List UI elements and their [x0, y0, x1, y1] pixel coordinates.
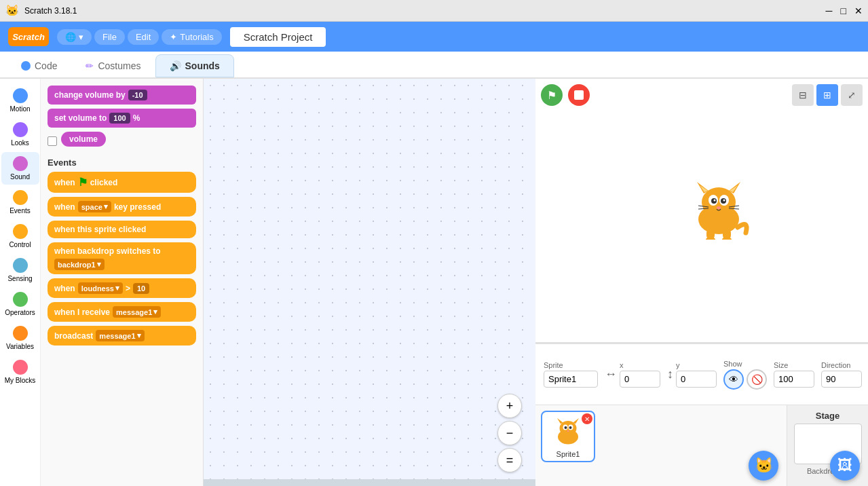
- tab-costumes[interactable]: ✏ Costumes: [71, 54, 155, 77]
- sprite-thumb-sprite1[interactable]: ✕ Sprite1: [541, 411, 595, 462]
- stop-button[interactable]: [568, 84, 590, 106]
- direction-input[interactable]: [821, 371, 862, 388]
- category-control[interactable]: Control: [1, 220, 39, 253]
- globe-label: ▾: [79, 32, 83, 42]
- broadcast-block[interactable]: broadcast message1 ▾: [48, 326, 196, 345]
- small-stage-button[interactable]: ⊟: [792, 84, 814, 106]
- volume-block[interactable]: volume: [61, 132, 106, 147]
- svg-point-12: [717, 206, 721, 209]
- zoom-in-button[interactable]: +: [497, 394, 522, 418]
- x-field: x: [620, 361, 660, 388]
- when-backdrop-label: when backdrop switches to: [54, 246, 161, 256]
- close-button[interactable]: ✕: [854, 5, 863, 16]
- menubar: Scratch 🌐 ▾ File Edit ✦ Tutorials Scratc…: [0, 22, 868, 52]
- minimize-button[interactable]: ─: [826, 5, 833, 16]
- when-receive-block[interactable]: when I receive message1 ▾: [48, 302, 196, 322]
- category-myblocks[interactable]: My Blocks: [1, 356, 39, 388]
- operators-label: Operators: [5, 309, 35, 316]
- when-flag-clicked-block[interactable]: when ⚑ clicked: [48, 172, 196, 193]
- edit-menu-button[interactable]: Edit: [128, 29, 159, 45]
- key-dropdown[interactable]: space ▾: [78, 201, 111, 212]
- tab-code[interactable]: Code: [7, 54, 71, 77]
- sound-label: Sound: [10, 173, 30, 181]
- globe-button[interactable]: 🌐 ▾: [57, 29, 92, 45]
- sprites-list: ✕ Sprite1: [535, 405, 787, 486]
- file-menu-button[interactable]: File: [94, 29, 125, 45]
- code-tab-label: Code: [35, 60, 57, 71]
- y-input[interactable]: [676, 371, 717, 388]
- zoom-reset-button[interactable]: =: [497, 448, 522, 472]
- code-area[interactable]: + − =: [204, 79, 535, 486]
- gt-dropdown[interactable]: loudness ▾: [78, 282, 123, 294]
- sprite-name-input[interactable]: [544, 371, 598, 388]
- gt-number[interactable]: 10: [133, 283, 149, 294]
- sprite-delete-button[interactable]: ✕: [582, 413, 592, 424]
- tab-sounds[interactable]: 🔊 Sounds: [155, 54, 234, 77]
- globe-icon: 🌐: [65, 32, 76, 42]
- change-volume-block[interactable]: change volume by -10: [48, 86, 196, 105]
- when-key-pressed-block[interactable]: when space ▾ key pressed: [48, 197, 196, 217]
- window-controls[interactable]: ─ □ ✕: [826, 5, 863, 16]
- sensing-label: Sensing: [7, 275, 32, 282]
- when-backdrop-block[interactable]: when backdrop switches to backdrop1 ▾: [48, 242, 196, 274]
- sprite-preview: [551, 415, 585, 449]
- svg-point-11: [723, 200, 725, 202]
- myblocks-label: My Blocks: [5, 377, 36, 384]
- myblocks-dot: [13, 360, 28, 375]
- flag-icon: ⚑: [78, 176, 88, 189]
- when-gt-block[interactable]: when loudness ▾ > 10: [48, 278, 196, 298]
- category-sensing[interactable]: Sensing: [1, 254, 39, 286]
- volume-checkbox[interactable]: [48, 136, 57, 146]
- backdrop-dropdown[interactable]: backdrop1 ▾: [54, 259, 105, 270]
- svg-point-28: [569, 426, 572, 429]
- when-gt-label: when: [54, 284, 75, 293]
- sprites-stage-row: ✕ Sprite1 Stage: [535, 405, 868, 486]
- category-motion[interactable]: Motion: [1, 84, 39, 117]
- add-sprite-button[interactable]: 🐱: [749, 451, 778, 481]
- titlebar: 🐱 Scratch 3.18.1 ─ □ ✕: [0, 0, 868, 22]
- category-sound[interactable]: Sound: [1, 152, 39, 185]
- code-tab-icon: [21, 61, 31, 71]
- category-variables[interactable]: Variables: [1, 322, 39, 354]
- tutorials-button[interactable]: ✦ Tutorials: [162, 29, 221, 45]
- x-input[interactable]: [620, 371, 660, 388]
- add-sprite-icon: 🐱: [755, 457, 773, 474]
- normal-stage-button[interactable]: ⊞: [816, 84, 838, 106]
- svg-point-29: [567, 430, 569, 432]
- events-dot: [13, 190, 28, 205]
- category-events[interactable]: Events: [1, 186, 39, 219]
- set-volume-value[interactable]: 100: [109, 113, 130, 124]
- sprite-label: Sprite: [544, 361, 598, 369]
- horizontal-scrollbar[interactable]: [204, 479, 535, 486]
- category-operators[interactable]: Operators: [1, 288, 39, 320]
- control-label: Control: [9, 241, 31, 248]
- maximize-button[interactable]: □: [841, 5, 846, 16]
- y-label: y: [676, 361, 717, 369]
- green-flag-button[interactable]: ⚑: [541, 84, 563, 106]
- variables-dot: [13, 326, 28, 341]
- show-hidden-button[interactable]: 🚫: [747, 369, 767, 390]
- when-sprite-clicked-block[interactable]: when this sprite clicked: [48, 221, 196, 238]
- show-field: Show 👁 🚫: [723, 360, 767, 390]
- broadcast-dropdown[interactable]: message1 ▾: [96, 330, 144, 341]
- fullscreen-button[interactable]: ⤢: [841, 84, 863, 106]
- show-visible-button[interactable]: 👁: [723, 369, 744, 390]
- sprite-info-panel: Sprite ↔ x ↕ y Show 👁: [535, 343, 868, 405]
- zoom-out-button[interactable]: −: [497, 421, 522, 445]
- size-input[interactable]: [774, 371, 814, 388]
- stage-controls: ⚑: [541, 84, 590, 106]
- app-title-text: Scratch 3.18.1: [24, 6, 77, 16]
- when-receive-label: when I receive: [54, 307, 110, 317]
- add-backdrop-button[interactable]: 🖼: [830, 451, 860, 481]
- change-volume-value[interactable]: -10: [128, 90, 147, 100]
- project-name-button[interactable]: Scratch Project: [230, 27, 326, 47]
- set-volume-block[interactable]: set volume to 100 %: [48, 109, 196, 128]
- category-looks[interactable]: Looks: [1, 118, 39, 151]
- variables-label: Variables: [6, 343, 34, 350]
- broadcast-label: broadcast: [54, 331, 93, 341]
- show-label: Show: [723, 360, 767, 368]
- svg-point-27: [565, 426, 567, 429]
- receive-dropdown[interactable]: message1 ▾: [113, 306, 161, 318]
- size-label: Size: [774, 361, 814, 369]
- scratch-logo: Scratch: [8, 27, 49, 46]
